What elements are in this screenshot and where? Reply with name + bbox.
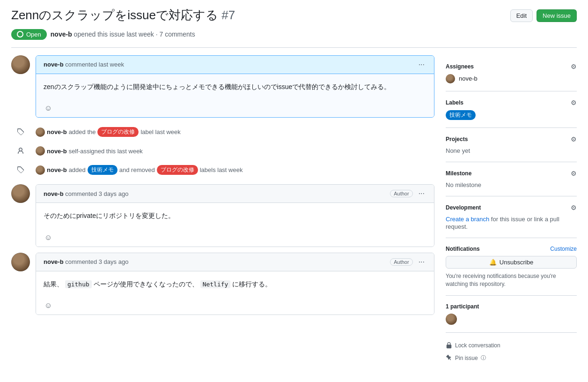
author-badge-2: Author [390,190,412,197]
timeline-avatar-2 [36,146,45,156]
customize-link[interactable]: Customize [550,246,577,252]
labels-title: Labels [446,99,463,106]
issue-meta: Open nove-b opened this issue last week … [11,29,577,48]
label-blog-1: ブログの改修 [97,127,139,137]
notification-info: You're receiving notifications because y… [446,272,577,288]
notifications-row: Notifications Customize [446,246,577,252]
comment-3: nove-b commented 3 days ago Author ··· 結… [11,253,434,315]
sidebar-projects: Projects ⚙ None yet [446,128,577,162]
sidebar-projects-header: Projects ⚙ [446,135,577,143]
sidebar-milestone-header: Milestone ⚙ [446,170,577,177]
comment-body-3: 結果、 github ページが使用できなくなったので、 Netlify に移行す… [36,271,434,297]
comment-1: nove-b commented last week ··· zenのスクラップ… [11,55,434,118]
timeline-avatar-1 [36,127,45,137]
participant-avatar-1 [446,314,457,325]
author-badge-3: Author [390,258,412,266]
emoji-button-1[interactable]: ☺ [44,103,53,113]
timeline-area: nove-b commented last week ··· zenのスクラップ… [11,55,434,371]
comment-card-2: nove-b commented 3 days ago Author ··· そ… [36,184,434,247]
lock-conversation[interactable]: Lock conversation [446,340,577,351]
emoji-button-3[interactable]: ☺ [44,300,53,311]
comment-card-1: nove-b commented last week ··· zenのスクラップ… [36,55,434,118]
comment-2: nove-b commented 3 days ago Author ··· そ… [11,184,434,247]
timeline-content-3: nove-b added 技術メモ and removed ブログの改修 lab… [36,163,434,177]
milestone-value: No milestone [446,181,481,188]
sidebar-labels-header: Labels ⚙ [446,99,577,106]
assignees-gear-icon[interactable]: ⚙ [571,63,577,70]
assignee-row: nove-b [446,74,577,83]
code-netlify: Netlify [200,280,231,288]
comment-card-3: nove-b commented 3 days ago Author ··· 結… [36,253,434,315]
sidebar-assignees-header: Assignees ⚙ [446,63,577,70]
comment-actions-3: Author ··· [390,257,426,267]
comment-author-3: nove-b commented 3 days ago [44,258,128,265]
issue-number: #7 [221,8,235,22]
label-tech-1: 技術メモ [88,165,118,175]
sidebar-notifications: Notifications Customize 🔔 Unsubscribe Yo… [446,238,577,296]
notifications-title: Notifications [446,246,480,252]
sidebar-development: Development ⚙ Create a branch for this i… [446,196,577,238]
sidebar: Assignees ⚙ nove-b Labels ⚙ 技術メモ [446,55,577,371]
comment-author-2: nove-b commented 3 days ago [44,190,128,197]
timeline-icon-area-2 [11,144,30,157]
new-issue-button[interactable]: New issue [537,9,577,22]
issue-meta-text: nove-b opened this issue last week · 7 c… [51,30,195,38]
sidebar-labels: Labels ⚙ 技術メモ [446,91,577,128]
label-blog-2: ブログの改修 [157,165,198,175]
comment-header-3: nove-b commented 3 days ago Author ··· [36,253,434,271]
comment-more-button-3[interactable]: ··· [417,257,426,267]
comment-text-2: そのためにprivateにリポジトリを変更した。 [44,210,426,221]
timeline-event-2: nove-b self-assigned this last week [11,142,434,159]
comment-footer-1: ☺ [36,99,434,117]
sidebar-milestone: Milestone ⚙ No milestone [446,162,577,196]
comment-actions-1: ··· [417,60,426,70]
timeline-content-2: nove-b self-assigned this last week [36,144,434,157]
comment-body-2: そのためにprivateにリポジトリを変更した。 [36,203,434,228]
emoji-button-2[interactable]: ☺ [44,232,53,243]
sidebar-development-header: Development ⚙ [446,204,577,211]
projects-value: None yet [446,147,470,154]
comment-more-button-2[interactable]: ··· [417,188,426,199]
comment-body-1: zenのスクラップ機能のように開発途中にちょっとメモできる機能がほしいのでiss… [36,74,434,99]
comment-header-2: nove-b commented 3 days ago Author ··· [36,185,434,203]
lock-label: Lock conversation [455,342,500,349]
sidebar-participants: 1 participant [446,296,577,333]
development-gear-icon[interactable]: ⚙ [571,204,577,211]
person-icon-2 [14,144,27,157]
avatar-2 [11,184,30,203]
avatar-3 [11,253,30,271]
avatar-1 [11,55,30,74]
pin-issue[interactable]: Pin issue ⓘ [446,352,577,363]
pin-info-icon: ⓘ [481,354,486,361]
labels-gear-icon[interactable]: ⚙ [571,99,577,106]
timeline-icon-area-1 [11,125,30,138]
tag-icon-3 [14,163,27,176]
create-branch-link[interactable]: Create a branch [446,216,489,223]
label-tech-memo[interactable]: 技術メモ [446,110,476,120]
issue-title: Zennのスクラップをissueで対応する #7 [11,7,503,23]
participants-row [446,314,577,325]
sidebar-participants-header: 1 participant [446,303,577,310]
timeline-user-2[interactable]: nove-b [47,148,67,155]
comment-more-button-1[interactable]: ··· [417,60,426,70]
timeline-user-1[interactable]: nove-b [47,128,67,135]
unsubscribe-button[interactable]: 🔔 Unsubscribe [446,256,577,269]
open-icon [17,31,23,37]
timeline-content-1: nove-b added the ブログの改修 label last week [36,125,434,139]
timeline-user-3[interactable]: nove-b [47,166,67,173]
comment-footer-2: ☺ [36,229,434,247]
comment-footer-3: ☺ [36,297,434,315]
projects-gear-icon[interactable]: ⚙ [571,135,577,143]
assignees-title: Assignees [446,63,474,70]
timeline-avatar-3 [36,165,45,175]
timeline-event-3: nove-b added 技術メモ and removed ブログの改修 lab… [11,161,434,179]
milestone-title: Milestone [446,170,471,177]
assignee-name[interactable]: nove-b [459,75,478,82]
edit-button[interactable]: Edit [510,9,533,22]
milestone-gear-icon[interactable]: ⚙ [571,170,577,177]
timeline-event-1: nove-b added the ブログの改修 label last week [11,123,434,141]
comment-header-1: nove-b commented last week ··· [36,56,434,74]
pin-label: Pin issue [455,355,478,361]
comment-text-1: zenのスクラップ機能のように開発途中にちょっとメモできる機能がほしいのでiss… [44,82,426,92]
status-badge: Open [11,29,47,40]
